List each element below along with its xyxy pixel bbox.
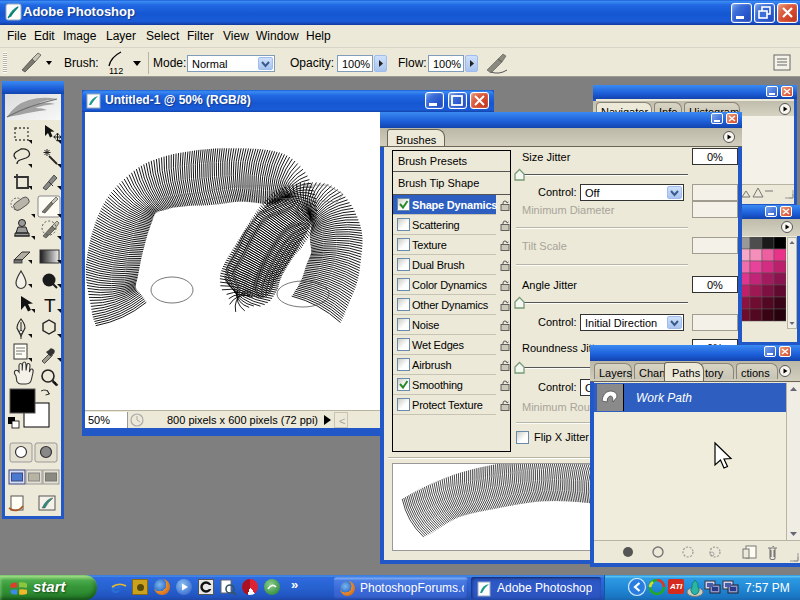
svg-text:112: 112 xyxy=(109,66,123,76)
svg-text:T: T xyxy=(44,295,56,316)
